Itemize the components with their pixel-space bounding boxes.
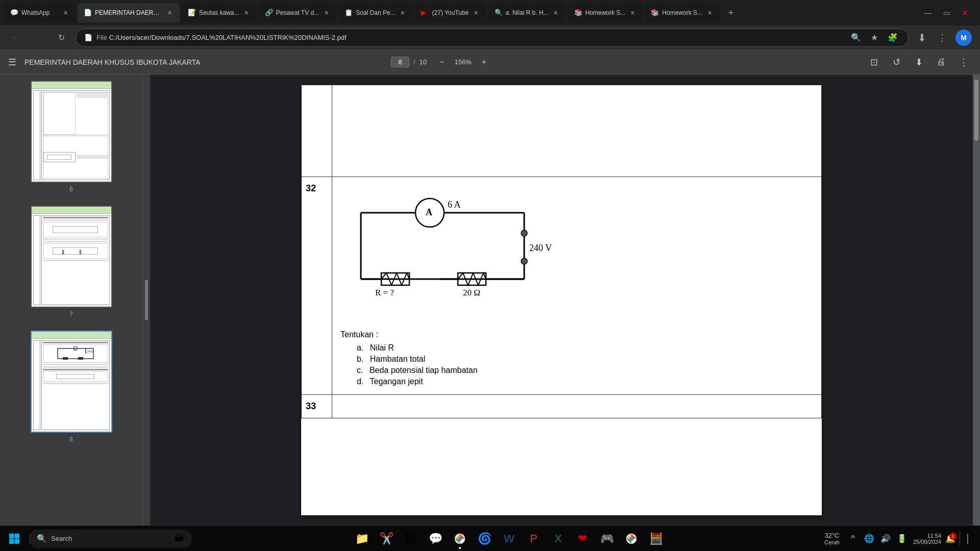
- taskbar-gallery[interactable]: 🖼: [400, 528, 422, 550]
- tab-seutas[interactable]: 📝 Seutas kawa... ✕: [182, 3, 257, 22]
- maximize-button[interactable]: ▭: [939, 6, 953, 20]
- pdf-zoom-controls: − 156% +: [435, 55, 491, 69]
- taskbar-excel[interactable]: X: [547, 528, 569, 550]
- network-icon[interactable]: 🌐: [862, 532, 876, 546]
- sidebar-scrollbar[interactable]: [143, 74, 150, 525]
- whatsapp-favicon: 💬: [10, 9, 18, 17]
- list-item: c. Beda potensial tiap hambatan: [357, 366, 813, 375]
- minimize-button[interactable]: —: [921, 6, 935, 20]
- forward-button[interactable]: →: [31, 30, 47, 46]
- svg-rect-6: [78, 357, 83, 360]
- nilai-tab-title: a. Nilai R b. H...: [506, 9, 549, 16]
- tab-soal[interactable]: 📋 Soal Dan Pe... ✕: [338, 3, 412, 22]
- svg-rect-24: [9, 534, 14, 539]
- tab-pesawat[interactable]: 🔗 Pesawat TV d... ✕: [259, 3, 337, 22]
- homework2-close-btn[interactable]: ✕: [705, 9, 714, 17]
- chrome-icon: [454, 533, 466, 545]
- thumbnail-8[interactable]: A 240V: [0, 324, 142, 449]
- taskbar-search[interactable]: 🔍 Search 🏔: [29, 530, 192, 548]
- more-options-button[interactable]: ⋮: [955, 54, 972, 70]
- pemerintah-tab-title: PEMERINTAH DAERAH...: [95, 9, 162, 16]
- taskbar-file-explorer[interactable]: 📁: [351, 528, 373, 550]
- zoom-indicator[interactable]: 🔍: [849, 31, 863, 45]
- download-button[interactable]: ⬇: [911, 54, 927, 70]
- circuit-diagram: A 6 A 240 V: [340, 187, 813, 322]
- youtube-close-btn[interactable]: ✕: [472, 9, 480, 17]
- fit-page-button[interactable]: ⊡: [866, 54, 882, 70]
- thumbnail-7[interactable]: 7: [0, 199, 142, 324]
- answer-list: a. Nilai R b. Hambatan total c. Beda pot…: [340, 343, 813, 386]
- tab-homework2[interactable]: 📚 Homework S... ✕: [645, 3, 720, 22]
- taskbar-chrome[interactable]: [449, 528, 471, 550]
- taskbar-edge[interactable]: 🌀: [473, 528, 496, 550]
- rotate-button[interactable]: ↺: [888, 54, 904, 70]
- tab-bar: 💬 WhatsApp ✕ 📄 PEMERINTAH DAERAH... ✕ 📝 …: [0, 0, 980, 26]
- thumbnail-6[interactable]: 6: [0, 74, 142, 199]
- bookmark-button[interactable]: ★: [867, 31, 881, 45]
- seutas-close-btn[interactable]: ✕: [242, 9, 251, 17]
- menu-button[interactable]: ⋮: [935, 31, 949, 45]
- taskbar-snipping[interactable]: ✂️: [375, 528, 398, 550]
- tab-nilai[interactable]: 🔍 a. Nilai R b. H... ✕: [488, 3, 566, 22]
- show-desktop-button[interactable]: │: [960, 532, 974, 546]
- thumbnail-6-image: [31, 81, 112, 183]
- refresh-button[interactable]: ↻: [53, 30, 69, 46]
- taskbar-calculator[interactable]: 🧮: [645, 528, 667, 550]
- nilai-close-btn[interactable]: ✕: [552, 9, 560, 17]
- pesawat-close-btn[interactable]: ✕: [322, 9, 330, 17]
- taskbar-word[interactable]: W: [498, 528, 520, 550]
- svg-rect-27: [15, 539, 20, 544]
- tab-homework1[interactable]: 📚 Homework S... ✕: [568, 3, 643, 22]
- notification-badge: 1: [949, 533, 957, 540]
- zoom-out-button[interactable]: −: [435, 55, 449, 69]
- profile-button[interactable]: M: [955, 30, 972, 46]
- back-button[interactable]: ←: [8, 30, 24, 46]
- extensions-button[interactable]: 🧩: [886, 31, 900, 45]
- show-hidden-icons-button[interactable]: ^: [846, 532, 860, 546]
- taskbar-powerpoint[interactable]: P: [522, 528, 545, 550]
- weather-widget[interactable]: 32°C Cerah: [824, 532, 840, 545]
- clock-time: 11:54: [927, 533, 941, 539]
- whatsapp-close-btn[interactable]: ✕: [61, 9, 69, 17]
- taskbar-pinned-apps: 📁 ✂️ 🖼 💬 🌀: [200, 528, 818, 550]
- question-33-number: 33: [302, 395, 332, 418]
- taskbar-chat[interactable]: 💬: [424, 528, 447, 550]
- volume-icon[interactable]: 🔊: [878, 532, 893, 546]
- taskbar-chrome2[interactable]: [620, 528, 643, 550]
- weather-condition: Cerah: [824, 539, 840, 545]
- print-button[interactable]: 🖨: [933, 54, 949, 70]
- notification-button[interactable]: 🔔 1: [943, 532, 958, 546]
- close-button[interactable]: ✕: [958, 6, 972, 20]
- total-pages: 10: [420, 58, 427, 66]
- pesawat-tab-title: Pesawat TV d...: [276, 9, 320, 16]
- content-scrollbar[interactable]: [973, 74, 980, 525]
- taskbar-discord[interactable]: 🎮: [596, 528, 618, 550]
- sidebar-toggle-button[interactable]: ☰: [8, 57, 16, 68]
- tab-pemerintah[interactable]: 📄 PEMERINTAH DAERAH... ✕: [78, 3, 180, 22]
- clock-date: 25/08/2024: [913, 539, 941, 545]
- svg-rect-25: [15, 534, 20, 539]
- taskbar-app1[interactable]: ❤: [571, 528, 594, 550]
- battery-icon[interactable]: 🔋: [895, 532, 909, 546]
- thumbnail-6-num: 6: [69, 186, 73, 193]
- list-item: b. Hambatan total: [357, 355, 813, 364]
- pdf-toolbar-right: ⊡ ↺ ⬇ 🖨 ⋮: [866, 54, 972, 70]
- seutas-tab-title: Seutas kawa...: [199, 9, 239, 16]
- start-button[interactable]: [4, 529, 24, 549]
- page-separator: /: [413, 58, 415, 66]
- homework1-close-btn[interactable]: ✕: [628, 9, 636, 17]
- zoom-in-button[interactable]: +: [477, 55, 491, 69]
- svg-point-33: [630, 537, 633, 540]
- tab-youtube[interactable]: ▶ (27) YouTube ✕: [415, 3, 486, 22]
- downloads-button[interactable]: ⬇: [915, 31, 929, 45]
- empty-number-cell: [302, 85, 332, 177]
- address-bar: ← → ↻ 📄 File C:/Users/acer/Downloads/7.S…: [0, 26, 980, 50]
- soal-close-btn[interactable]: ✕: [399, 9, 407, 17]
- new-tab-button[interactable]: +: [724, 6, 738, 20]
- pdf-main-content[interactable]: 32: [150, 74, 973, 525]
- clock-widget[interactable]: 11:54 25/08/2024: [913, 533, 941, 545]
- tab-whatsapp[interactable]: 💬 WhatsApp ✕: [4, 3, 76, 22]
- url-bar[interactable]: 📄 File C:/Users/acer/Downloads/7.SOAL%20…: [76, 29, 909, 47]
- page-number-input[interactable]: [391, 57, 409, 67]
- pemerintah-close-btn[interactable]: ✕: [165, 9, 174, 17]
